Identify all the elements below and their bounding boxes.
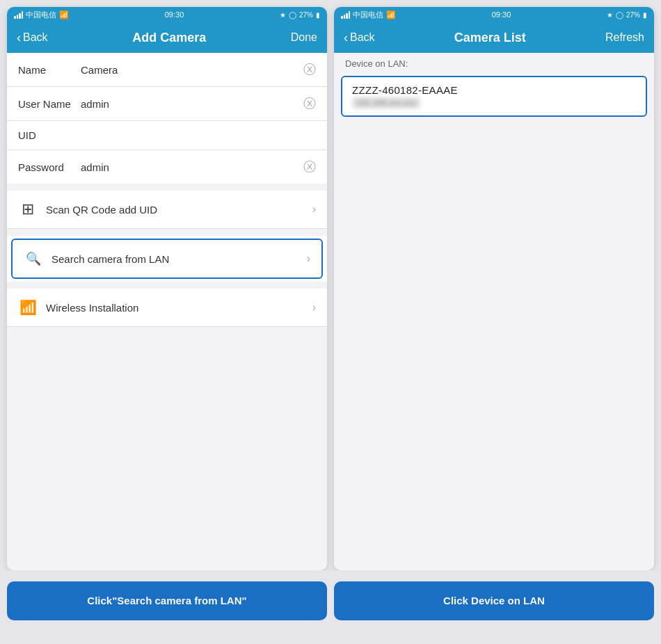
status-right-1: ★ ◯ 27% ▮ (280, 11, 320, 19)
device-ip: 192.168.xxx.xxx (352, 97, 420, 108)
divider-3 (7, 282, 327, 289)
ring-icon-1: ◯ (289, 11, 296, 19)
menu-section: ⊞ Scan QR Code add UID › (7, 191, 327, 229)
bt-icon-2: ★ (607, 11, 613, 19)
password-input-wrap: admin ⓧ (81, 159, 316, 175)
time-2: 09:30 (492, 10, 511, 19)
scan-qr-label: Scan QR Code add UID (46, 204, 312, 216)
search-icon: 🔍 (24, 249, 43, 268)
status-left-1: 中国电信 📶 (14, 10, 69, 20)
time-1: 09:30 (165, 10, 184, 19)
search-lan-label: Search camera from LAN (51, 253, 307, 265)
battery-2: 27% (626, 11, 640, 19)
status-bar-1: 中国电信 📶 09:30 ★ ◯ 27% ▮ (7, 7, 327, 22)
username-value[interactable]: admin (81, 98, 109, 110)
battery-1: 27% (299, 11, 313, 19)
device-list-item[interactable]: ZZZZ-460182-EAAAE 192.168.xxx.xxx (341, 76, 647, 117)
wireless-row[interactable]: 📶 Wireless Installation › (7, 289, 327, 327)
done-button[interactable]: Done (291, 31, 317, 44)
username-input-wrap: admin ⓧ (81, 95, 316, 112)
ring-icon-2: ◯ (616, 11, 623, 19)
status-left-2: 中国电信 📶 (341, 10, 396, 20)
chevron-left-icon-1: ‹ (17, 31, 21, 44)
password-row: Password admin ⓧ (7, 150, 327, 184)
chevron-right-icon-wireless: › (312, 301, 316, 314)
carrier-2: 中国电信 (353, 10, 383, 20)
divider-1 (7, 184, 327, 191)
nav-bar-1: ‹ Back Add Camera Done (7, 22, 327, 53)
uid-label: UID (18, 129, 81, 141)
bt-icon-1: ★ (280, 11, 286, 19)
username-label: User Name (18, 98, 81, 110)
back-button-1[interactable]: ‹ Back (17, 31, 48, 44)
search-lan-bottom-btn[interactable]: Click"Search camera from LAN" (7, 581, 327, 620)
chevron-right-icon-search: › (307, 252, 310, 265)
add-camera-screen: 中国电信 📶 09:30 ★ ◯ 27% ▮ ‹ Back Add Camera… (7, 7, 327, 570)
scan-qr-row[interactable]: ⊞ Scan QR Code add UID › (7, 191, 327, 229)
carrier-1: 中国电信 (26, 10, 56, 20)
back-label-1: Back (23, 31, 48, 44)
nav-title-2: Camera List (454, 31, 526, 45)
form-section: Name Camera ⓧ User Name admin ⓧ UID (7, 53, 327, 184)
password-clear-btn[interactable]: ⓧ (303, 159, 316, 175)
wifi-icon-2: 📶 (386, 10, 396, 19)
refresh-button[interactable]: Refresh (605, 31, 644, 44)
gray-body-1 (7, 327, 327, 570)
device-section-label: Device on LAN: (334, 53, 654, 72)
menu-section-wireless: 📶 Wireless Installation › (7, 289, 327, 327)
nav-bar-2: ‹ Back Camera List Refresh (334, 22, 654, 53)
name-label: Name (18, 64, 81, 76)
status-bar-2: 中国电信 📶 09:30 ★ ◯ 27% ▮ (334, 7, 654, 22)
password-value[interactable]: admin (81, 161, 109, 173)
uid-row: UID (7, 121, 327, 150)
signal-icon-2 (341, 11, 350, 19)
search-lan-row[interactable]: 🔍 Search camera from LAN › (11, 239, 323, 279)
click-device-bottom-btn[interactable]: Click Device on LAN (334, 581, 654, 620)
back-button-2[interactable]: ‹ Back (344, 31, 375, 44)
back-label-2: Back (350, 31, 375, 44)
gray-body-2 (334, 121, 654, 570)
username-clear-btn[interactable]: ⓧ (303, 95, 316, 112)
signal-icon-1 (14, 11, 23, 19)
camera-list-screen: 中国电信 📶 09:30 ★ ◯ 27% ▮ ‹ Back Camera Lis… (334, 7, 654, 570)
device-uid: ZZZZ-460182-EAAAE (352, 84, 636, 96)
status-right-2: ★ ◯ 27% ▮ (607, 11, 647, 19)
bottom-buttons-row: Click"Search camera from LAN" Click Devi… (0, 570, 661, 630)
name-value[interactable]: Camera (81, 64, 118, 76)
qr-icon: ⊞ (18, 200, 38, 219)
menu-section-search: 🔍 Search camera from LAN › (7, 236, 327, 282)
name-clear-btn[interactable]: ⓧ (303, 61, 316, 78)
wifi-menu-icon: 📶 (18, 298, 38, 317)
name-input-wrap: Camera ⓧ (81, 61, 316, 78)
username-row: User Name admin ⓧ (7, 87, 327, 121)
nav-title-1: Add Camera (132, 31, 206, 45)
battery-icon-1: ▮ (316, 11, 320, 19)
chevron-right-icon-qr: › (312, 203, 316, 216)
wifi-icon-1: 📶 (59, 10, 69, 19)
divider-2 (7, 229, 327, 236)
chevron-left-icon-2: ‹ (344, 31, 348, 44)
wireless-label: Wireless Installation (46, 302, 312, 314)
battery-icon-2: ▮ (643, 11, 647, 19)
password-label: Password (18, 161, 81, 173)
name-row: Name Camera ⓧ (7, 53, 327, 87)
